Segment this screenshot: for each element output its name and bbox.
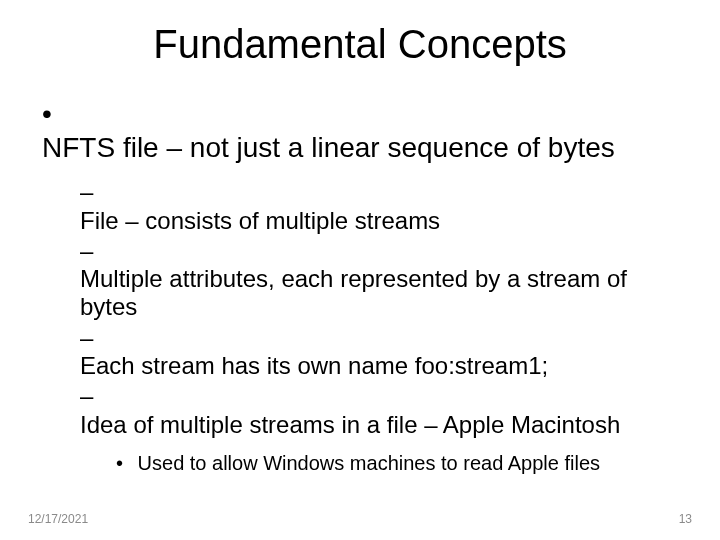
dash-icon: –	[80, 382, 98, 410]
bullet-dot-icon: •	[42, 97, 64, 131]
bullet-level-3: • Used to allow Windows machines to read…	[116, 451, 678, 475]
bullet-level-2: – Multiple attributes, each represented …	[80, 237, 678, 322]
bullet-level-3-group: • Used to allow Windows machines to read…	[80, 441, 678, 475]
slide-body: • NFTS file – not just a linear sequence…	[0, 77, 720, 475]
bullet-dot-icon: •	[116, 451, 132, 475]
bullet-text: Idea of multiple streams in a file – App…	[80, 411, 654, 439]
bullet-level-2: – Each stream has its own name foo:strea…	[80, 324, 678, 381]
bullet-text: NFTS file – not just a linear sequence o…	[42, 131, 650, 165]
dash-icon: –	[80, 237, 98, 265]
dash-icon: –	[80, 324, 98, 352]
footer-date: 12/17/2021	[28, 512, 88, 526]
bullet-level-1: • NFTS file – not just a linear sequence…	[42, 97, 678, 164]
slide: Fundamental Concepts • NFTS file – not j…	[0, 0, 720, 540]
bullet-level-2: – File – consists of multiple streams	[80, 178, 678, 235]
slide-title: Fundamental Concepts	[0, 0, 720, 77]
footer-page-number: 13	[679, 512, 692, 526]
bullet-text: Used to allow Windows machines to read A…	[138, 451, 678, 475]
bullet-text: Multiple attributes, each represented by…	[80, 265, 654, 322]
bullet-level-2-group: – File – consists of multiple streams – …	[42, 178, 678, 475]
dash-icon: –	[80, 178, 98, 206]
bullet-level-2: – Idea of multiple streams in a file – A…	[80, 382, 678, 439]
bullet-text: File – consists of multiple streams	[80, 207, 654, 235]
bullet-text: Each stream has its own name foo:stream1…	[80, 352, 654, 380]
